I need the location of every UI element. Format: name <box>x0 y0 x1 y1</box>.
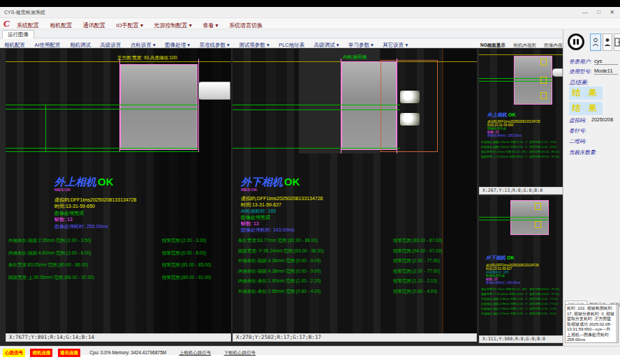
login-user-label: 登录用户: <box>569 59 592 66</box>
heartbeat-status-badge: 心跳信号 <box>3 349 25 357</box>
logout-icon <box>614 38 620 47</box>
dark-right-region <box>442 49 477 333</box>
tool-camera-config[interactable]: 相机配置 <box>4 42 25 48</box>
right-sidebar: 登录用户: cys 使用型号: Mode11 总结果: 结 果 结 果 虚拟码:… <box>563 29 620 346</box>
tool-image-processing[interactable]: 图像处理 ▾ <box>165 42 190 48</box>
pause-button[interactable] <box>568 33 584 50</box>
tool-learning-params[interactable]: 学习参数 ▾ <box>348 42 374 48</box>
mini-view-tabs: NG画面显示 相机内视图 图像内视图 <box>480 38 572 48</box>
status-bar: 心跳信号 相机连接 通讯连接 Cpu: 0.0% Memory: 3424.41… <box>0 346 620 355</box>
left-overlay-label: 正方图:宽度: 93,高度阈值:100 <box>117 55 177 61</box>
user-icon <box>592 38 599 47</box>
separator-film-region <box>510 200 549 235</box>
tool-advanced-settings[interactable]: 高级设置 <box>100 42 121 48</box>
top-black-strip <box>0 0 620 7</box>
window-titlebar: CYS-视觉检测系统 — □ ✕ <box>0 7 620 18</box>
model-value[interactable]: Mode11 <box>594 68 618 75</box>
separator-film-region <box>120 64 198 150</box>
log-output[interactable]: 耗时: 222, 褶皱检测耗时: 17, 褶皱分类耗时: 0, 褶皱提取分支耗时… <box>565 304 619 343</box>
ai-roi-rect <box>381 60 438 152</box>
maximize-button[interactable]: □ <box>597 9 600 15</box>
detect-box <box>535 221 541 228</box>
tool-ai-config[interactable]: AI使用配置 <box>34 42 60 48</box>
detect-box <box>540 92 547 99</box>
tool-advanced-debug[interactable]: 高级调试 ▾ <box>314 42 339 48</box>
upper-camera-heartbeat: 上相机心跳信号 <box>179 350 212 355</box>
left-process-time: 图像处理耗时: 256.00ms <box>54 223 108 230</box>
left-camera-image[interactable]: 正方图:宽度: 93,高度阈值:100 外上相机OK MES:OK 虚拟码:DF… <box>6 49 231 333</box>
result-badge-1: 结 果 <box>569 86 603 100</box>
measure-line <box>6 105 198 105</box>
tab-row: 运行图像 <box>0 29 563 38</box>
detect-box <box>540 77 547 84</box>
bright-clip-spot <box>400 91 420 103</box>
menu-view[interactable]: 查看 ▾ <box>202 22 218 29</box>
minimize-button[interactable]: — <box>582 9 588 15</box>
left-time: 时间:13-31-59-650 <box>54 203 95 210</box>
admin-user-icon <box>604 38 611 47</box>
needle-label: 卷针号: <box>569 128 586 135</box>
middle-ok-status: OK <box>284 176 300 188</box>
window-title: CYS-视觉检测系统 <box>4 7 45 18</box>
detect-box <box>535 203 541 210</box>
close-button[interactable]: ✕ <box>610 9 614 15</box>
tab-run-image[interactable]: 运行图像 <box>2 30 34 38</box>
measure-line <box>232 148 400 149</box>
middle-mes-note: MES:OK <box>241 188 257 192</box>
menu-camera-config[interactable]: 相机配置 <box>50 22 72 29</box>
ng-mini-image-2[interactable]: 外下相机OK 虚拟码:DFF1ims20250208133134728 时间:1… <box>479 196 563 335</box>
middle-camera-image[interactable]: AI检测画面 外下相机OK MES:OK 虚拟码:DFF1ims20250208… <box>232 49 477 333</box>
mini-tab-ng-display[interactable]: NG画面显示 <box>480 43 505 47</box>
yellow-reference-line <box>6 61 231 62</box>
tool-test-params[interactable]: 测试项参数 ▾ <box>239 42 269 48</box>
tab-connector-part <box>198 82 230 100</box>
tool-other-settings[interactable]: 其它设置 ▾ <box>383 42 408 48</box>
cpu-memory-text: Cpu: 0.0% Memory: 3424.41796875M <box>89 350 166 355</box>
bright-clip-spot <box>400 113 420 126</box>
measure-line <box>232 109 400 110</box>
middle-pixel-coordinates: X:270;Y:2502;R:17;G:17;B:17 <box>232 333 477 342</box>
film-edge-line-left <box>341 59 341 153</box>
measure-line <box>232 105 400 105</box>
middle-process-time: 图像处理耗时: 143.00ms <box>241 227 295 234</box>
measure-line <box>6 109 198 109</box>
film-edge-line-right <box>397 59 397 153</box>
left-pixel-coordinates: X:7677;Y:891;R:14;G:14;B:14 <box>6 333 231 342</box>
middle-overlay-label: AI检测画面 <box>343 54 367 61</box>
menu-system-config[interactable]: 系统配置 <box>17 22 39 29</box>
anode-count-label: 负极库数量: <box>569 149 597 156</box>
mini1-pixel-coordinates: X:267;Y:13;R:0;G:0;B:0 <box>479 187 563 195</box>
tool-baseline-params[interactable]: 基准线参数 ▾ <box>200 42 230 48</box>
menu-language-switch[interactable]: 系统语言切换 <box>229 22 263 29</box>
tab-connector-part <box>552 68 563 77</box>
measure-line <box>6 148 198 149</box>
ng-mini-image-1[interactable]: 外上相机OK 虚拟码:DFF1ims20250208133134728 时间:1… <box>479 49 563 187</box>
tool-plc-address[interactable]: PLC地址表 <box>279 42 304 48</box>
menu-io-config[interactable]: IO手配置 ▾ <box>116 22 143 29</box>
menu-bar: C 系统配置 相机配置 通讯配置 IO手配置 ▾ 光源控制配置 ▾ 查看 ▾ 系… <box>0 18 620 29</box>
detect-box <box>540 59 547 66</box>
login-user-button[interactable] <box>590 33 601 51</box>
window-controls: — □ ✕ <box>575 7 614 18</box>
measure-line <box>6 151 198 152</box>
camera-connection-badge: 相机连接 <box>30 349 52 357</box>
logout-button[interactable] <box>614 33 620 51</box>
film-edge-line-right <box>198 59 199 152</box>
lower-camera-heartbeat: 下相机心跳信号 <box>224 350 256 355</box>
comm-connection-badge: 通讯连接 <box>58 349 80 357</box>
log-scrollbar[interactable] <box>616 305 618 342</box>
app-logo-icon: C <box>3 18 10 29</box>
menu-comm-config[interactable]: 通讯配置 <box>83 22 105 29</box>
result-badge-2: 结 果 <box>569 102 603 115</box>
toolbar: 相机配置 AI使用配置 相机调试 高级设置 点检设置 ▾ 图像处理 ▾ 基准线参… <box>0 38 563 48</box>
mini-tab-camera-view[interactable]: 相机内视图 <box>513 43 536 47</box>
left-mes-note: MES:OK <box>54 188 71 192</box>
tool-camera-debug[interactable]: 相机调试 <box>70 42 91 48</box>
measure-vline <box>45 105 46 151</box>
mini2-pixel-coordinates: X:311;Y:980;R:0;G:0;B:0 <box>479 335 563 343</box>
login-user-value[interactable]: cys <box>594 58 618 65</box>
left-frame-count: 帧数: 13 <box>54 216 73 223</box>
menu-light-config[interactable]: 光源控制配置 ▾ <box>154 22 192 29</box>
admin-user-button[interactable] <box>603 33 612 51</box>
tool-spot-check[interactable]: 点检设置 ▾ <box>131 42 156 48</box>
